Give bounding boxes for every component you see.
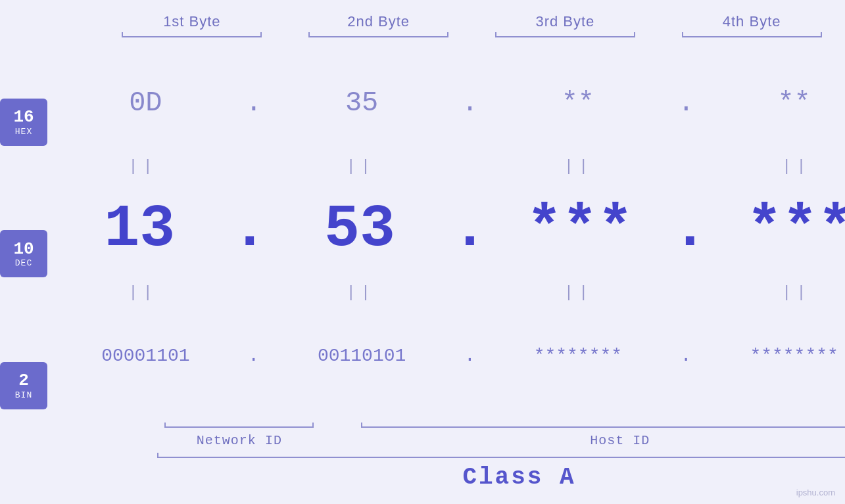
hex-b4-cell: ** xyxy=(696,87,845,119)
dec-b4-cell: *** xyxy=(708,196,845,263)
hex-b3-value: ** xyxy=(562,87,594,119)
full-bracket-line xyxy=(157,457,845,458)
bracket-line-byte3 xyxy=(495,36,635,37)
hex-b3-cell: ** xyxy=(480,87,677,119)
dec-name: DEC xyxy=(15,258,32,268)
bin-b1-cell: 00001101 xyxy=(47,346,244,366)
bracket-line-byte1 xyxy=(122,36,262,37)
dec-b1-value: 13 xyxy=(104,196,175,263)
dec-dot2: . xyxy=(452,200,487,259)
hex-b2-value: 35 xyxy=(345,87,378,119)
dec-dot3: . xyxy=(672,200,708,259)
eq1-b4: || xyxy=(701,158,845,175)
bottom-section: Network ID Host ID Class A xyxy=(146,409,845,504)
network-id-label: Network ID xyxy=(146,433,333,448)
byte1-header: 1st Byte xyxy=(99,13,285,30)
host-bracket-container xyxy=(347,415,845,428)
hex-name: HEX xyxy=(15,127,32,137)
bin-b2-value: 00110101 xyxy=(318,346,406,366)
watermark: ipshu.com xyxy=(796,488,835,497)
bin-badge: 2 BIN xyxy=(0,362,47,409)
full-bracket-container xyxy=(146,457,845,458)
bracket-byte1 xyxy=(99,30,285,43)
bin-dot3: . xyxy=(676,346,696,366)
dec-b4-value: *** xyxy=(747,196,845,263)
dec-dot1: . xyxy=(232,200,268,259)
id-bracket-lines xyxy=(146,415,845,428)
eq2-b3: || xyxy=(483,284,675,302)
bin-dot2: . xyxy=(460,346,480,366)
bracket-byte3 xyxy=(472,30,659,43)
network-bracket-right-tick xyxy=(312,423,314,428)
hex-dot3: . xyxy=(676,87,696,119)
dec-b1-cell: 13 xyxy=(47,196,232,263)
eq1-b2: || xyxy=(265,158,456,175)
id-labels-row: Network ID Host ID xyxy=(146,428,845,454)
base-labels-column: 16 HEX 10 DEC 2 BIN xyxy=(0,50,47,504)
equals-row-1: || || || || xyxy=(47,156,845,176)
equals-row-2: || || || || xyxy=(47,283,845,303)
hex-b1-cell: 0D xyxy=(47,87,244,119)
class-label-row: Class A xyxy=(146,458,845,497)
hex-b1-value: 0D xyxy=(129,87,162,119)
host-bracket-left-tick xyxy=(361,423,362,428)
rows-container: 0D . 35 . ** . ** || || xyxy=(47,50,845,504)
eq2-b4: || xyxy=(701,284,845,302)
dec-number: 10 xyxy=(13,240,34,259)
network-bracket-container xyxy=(146,415,333,428)
eq1-b1: || xyxy=(47,158,239,175)
hex-row: 0D . 35 . ** . ** xyxy=(47,50,845,156)
bin-b4-cell: ******** xyxy=(696,346,845,366)
hex-dot1: . xyxy=(244,87,264,119)
bracket-line-byte2 xyxy=(308,36,448,37)
host-id-label: Host ID xyxy=(347,433,845,448)
bracket-gap xyxy=(333,415,348,428)
byte2-header: 2nd Byte xyxy=(285,13,472,30)
bin-number: 2 xyxy=(18,371,29,390)
dec-b2-value: 53 xyxy=(324,196,395,263)
hex-dot2: . xyxy=(460,87,480,119)
dec-b2-cell: 53 xyxy=(268,196,452,263)
bin-row: 00001101 . 00110101 . ******** . *******… xyxy=(47,303,845,409)
dec-b3-value: *** xyxy=(527,196,633,263)
host-bracket-line xyxy=(361,426,845,428)
bin-name: BIN xyxy=(15,390,32,400)
bin-b3-cell: ******** xyxy=(480,346,677,366)
byte4-header: 4th Byte xyxy=(658,13,845,30)
bin-b4-value: ******** xyxy=(750,346,838,366)
hex-badge: 16 HEX xyxy=(0,99,47,146)
hex-b4-value: ** xyxy=(777,87,810,119)
eq2-b1: || xyxy=(47,284,239,302)
eq2-b2: || xyxy=(265,284,456,302)
bracket-byte4 xyxy=(658,30,845,43)
dec-row: 13 . 53 . *** . *** xyxy=(47,176,845,283)
bracket-byte2 xyxy=(285,30,472,43)
main-container: 1st Byte 2nd Byte 3rd Byte 4th Byte 16 H… xyxy=(0,0,845,504)
byte3-header: 3rd Byte xyxy=(472,13,659,30)
bracket-line-byte4 xyxy=(682,36,822,37)
bin-b1-value: 00001101 xyxy=(101,346,189,366)
byte-headers: 1st Byte 2nd Byte 3rd Byte 4th Byte xyxy=(99,13,845,30)
eq1-b3: || xyxy=(483,158,675,175)
dec-badge: 10 DEC xyxy=(0,230,47,277)
network-bracket-line xyxy=(164,426,314,428)
bin-b2-cell: 00110101 xyxy=(264,346,460,366)
dec-b3-cell: *** xyxy=(488,196,673,263)
top-bracket-row xyxy=(99,30,845,43)
network-bracket-left-tick xyxy=(164,423,166,428)
content-area: 16 HEX 10 DEC 2 BIN 0D . 35 xyxy=(0,50,845,504)
hex-b2-cell: 35 xyxy=(264,87,460,119)
bin-b3-value: ******** xyxy=(534,346,622,366)
hex-number: 16 xyxy=(13,108,34,127)
class-label: Class A xyxy=(462,464,575,491)
bin-dot1: . xyxy=(244,346,264,366)
